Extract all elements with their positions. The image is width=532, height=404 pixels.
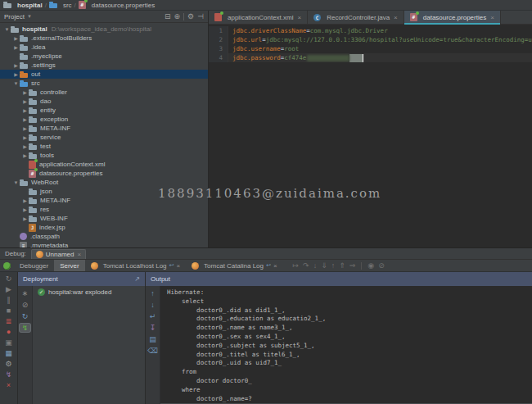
rerun-icon[interactable]: ↻ bbox=[6, 275, 12, 283]
dump-threads-icon[interactable]: ≣ bbox=[6, 318, 12, 325]
expand-arrow-icon[interactable]: ▶ bbox=[21, 107, 29, 113]
stop-icon[interactable]: ■ bbox=[7, 307, 11, 315]
tab-close-icon[interactable]: × bbox=[273, 262, 277, 270]
expand-arrow-icon[interactable]: ▶ bbox=[12, 62, 20, 68]
step-into-icon[interactable]: ↓ bbox=[313, 262, 318, 270]
expand-arrow-icon[interactable]: ▶ bbox=[12, 44, 20, 50]
tree-item[interactable]: ▼hospitalD:\workspace_idea_demo\hospital bbox=[0, 25, 208, 34]
tree-item[interactable]: ▶WEB-INF bbox=[0, 214, 208, 223]
tree-item[interactable]: .myeclipse bbox=[0, 52, 208, 61]
expand-arrow-icon[interactable]: ▶ bbox=[21, 116, 29, 122]
hide-panel-icon[interactable]: ⊣ bbox=[197, 13, 204, 20]
expand-arrow-icon[interactable]: ▶ bbox=[21, 89, 29, 95]
editor-tab[interactable]: applicationContext.xml× bbox=[209, 11, 308, 24]
tab-close-icon[interactable]: × bbox=[176, 262, 180, 270]
connection-icon[interactable]: ↯ bbox=[20, 324, 30, 332]
expand-arrow-icon[interactable]: ▶ bbox=[12, 35, 20, 41]
tree-item[interactable]: ▶.settings bbox=[0, 61, 208, 70]
expand-arrow-icon[interactable]: ▼ bbox=[12, 81, 20, 86]
debug-tab[interactable]: Server bbox=[54, 260, 85, 271]
debug-session-tab[interactable]: Unnamed × bbox=[31, 249, 86, 259]
console-output[interactable]: Hibernate: select doctor0_.did as did1_1… bbox=[160, 286, 532, 404]
tree-item[interactable]: json bbox=[0, 187, 208, 196]
stop-process-icon[interactable]: ● bbox=[7, 329, 11, 336]
tab-close-icon[interactable]: × bbox=[297, 14, 301, 21]
tree-item[interactable]: ▶controller bbox=[0, 88, 208, 97]
tree-item[interactable]: ▶META-INF bbox=[0, 196, 208, 205]
close-icon[interactable]: × bbox=[77, 251, 81, 258]
tree-item[interactable]: ▶.idea bbox=[0, 43, 208, 52]
expand-arrow-icon[interactable]: ▼ bbox=[12, 180, 20, 185]
breadcrumb-project[interactable]: hospital bbox=[3, 1, 43, 9]
snapshot-icon[interactable]: ▣ bbox=[5, 339, 12, 347]
tree-item[interactable]: ▼WebRoot bbox=[0, 178, 208, 187]
locate-file-icon[interactable]: ⊕ bbox=[174, 13, 181, 20]
line-number[interactable]: 4 bbox=[209, 53, 228, 62]
float-pane-icon[interactable]: ↗ bbox=[134, 275, 140, 283]
mute-breakpoints-icon[interactable]: ⊘ bbox=[378, 262, 385, 270]
collapse-all-icon[interactable]: ⊟ bbox=[165, 13, 171, 20]
deploy-icon[interactable]: ∗ bbox=[20, 289, 30, 297]
expand-arrow-icon[interactable]: ▶ bbox=[21, 143, 29, 149]
expand-arrow-icon[interactable]: ▶ bbox=[21, 125, 29, 131]
tree-item[interactable]: Jindex.jsp bbox=[0, 223, 208, 232]
close-icon[interactable]: × bbox=[7, 382, 11, 389]
expand-arrow-icon[interactable]: ▶ bbox=[21, 216, 29, 221]
print-icon[interactable]: ▤ bbox=[147, 335, 158, 343]
undeploy-icon[interactable]: ⊘ bbox=[20, 301, 30, 309]
clear-all-icon[interactable]: ⌫ bbox=[147, 347, 158, 355]
tree-item[interactable]: ▶test bbox=[0, 142, 208, 151]
tree-item[interactable]: ▶out bbox=[0, 70, 208, 79]
editor-tab[interactable]: CRecordController.java× bbox=[308, 11, 404, 24]
redeploy-icon[interactable]: ↻ bbox=[20, 312, 30, 320]
force-step-into-icon[interactable]: ⇓ bbox=[321, 262, 327, 270]
line-number[interactable]: 3 bbox=[209, 44, 228, 53]
deployment-item[interactable]: ✓ hospital:war exploded bbox=[38, 288, 145, 296]
run-to-cursor-icon[interactable]: ⇒ bbox=[349, 262, 356, 270]
step-over-icon[interactable]: ↷ bbox=[303, 262, 309, 270]
resume-icon[interactable]: ▶ bbox=[6, 286, 11, 293]
restore-layout-icon[interactable]: ▦ bbox=[5, 350, 12, 357]
soft-wrap-icon[interactable]: ↵ bbox=[147, 312, 158, 320]
settings-icon[interactable]: ⚙ bbox=[187, 13, 194, 20]
debug-tab[interactable]: Tomcat Catalina Log↩× bbox=[186, 260, 282, 271]
tree-item[interactable]: ▶tools bbox=[0, 151, 208, 160]
scroll-down-icon[interactable]: ↓ bbox=[147, 301, 158, 309]
hot-swap-icon[interactable]: ↯ bbox=[6, 371, 12, 379]
breadcrumb-src[interactable]: src bbox=[49, 1, 72, 9]
project-view-selector[interactable]: Project ▼ bbox=[4, 13, 32, 20]
tree-item[interactable]: ≡.mymetadata bbox=[0, 241, 208, 247]
tree-item[interactable]: #datasource.properties bbox=[0, 169, 208, 178]
step-out-icon[interactable]: ↑ bbox=[331, 262, 336, 270]
tree-item[interactable]: .classpath bbox=[0, 232, 208, 241]
tree-item[interactable]: ▶res bbox=[0, 205, 208, 214]
expand-arrow-icon[interactable]: ▶ bbox=[21, 197, 29, 203]
expand-arrow-icon[interactable]: ▶ bbox=[21, 207, 29, 212]
expand-arrow-icon[interactable]: ▼ bbox=[3, 27, 11, 32]
pause-icon[interactable]: ∥ bbox=[7, 297, 11, 304]
expand-arrow-icon[interactable]: ▶ bbox=[12, 71, 20, 77]
scroll-to-end-icon[interactable]: ↧ bbox=[147, 324, 158, 332]
tree-item[interactable]: ▶entity bbox=[0, 106, 208, 115]
debug-tab[interactable]: Debugger bbox=[14, 260, 54, 271]
show-execution-point-icon[interactable]: ↦ bbox=[293, 262, 300, 270]
code-editor[interactable]: 1jdbc.driverClassName=com.mysql.jdbc.Dri… bbox=[209, 25, 532, 247]
tree-item[interactable]: ▼src bbox=[0, 79, 208, 88]
scroll-up-icon[interactable]: ↑ bbox=[147, 289, 158, 297]
tree-item[interactable]: ▶META-INF bbox=[0, 124, 208, 133]
drop-frame-icon[interactable]: ⇑ bbox=[339, 262, 345, 270]
tab-close-icon[interactable]: × bbox=[490, 14, 494, 21]
expand-arrow-icon[interactable]: ▶ bbox=[21, 134, 29, 140]
tree-item[interactable]: applicationContext.xml bbox=[0, 160, 208, 169]
debug-tab[interactable]: Tomcat Localhost Log↩× bbox=[85, 260, 186, 271]
tree-item[interactable]: ▶exception bbox=[0, 115, 208, 124]
tree-item[interactable]: ▶.externalToolBuilders bbox=[0, 34, 208, 43]
tab-close-icon[interactable]: × bbox=[394, 14, 398, 21]
tree-item[interactable]: ▶dao bbox=[0, 97, 208, 106]
settings-icon[interactable]: ⚙ bbox=[5, 361, 11, 368]
tree-item[interactable]: ▶service bbox=[0, 133, 208, 142]
view-breakpoints-icon[interactable]: ◉ bbox=[367, 262, 374, 270]
line-number[interactable]: 1 bbox=[209, 26, 228, 35]
expand-arrow-icon[interactable]: ▶ bbox=[21, 152, 29, 158]
editor-tab[interactable]: #datasource.properties× bbox=[404, 11, 501, 24]
